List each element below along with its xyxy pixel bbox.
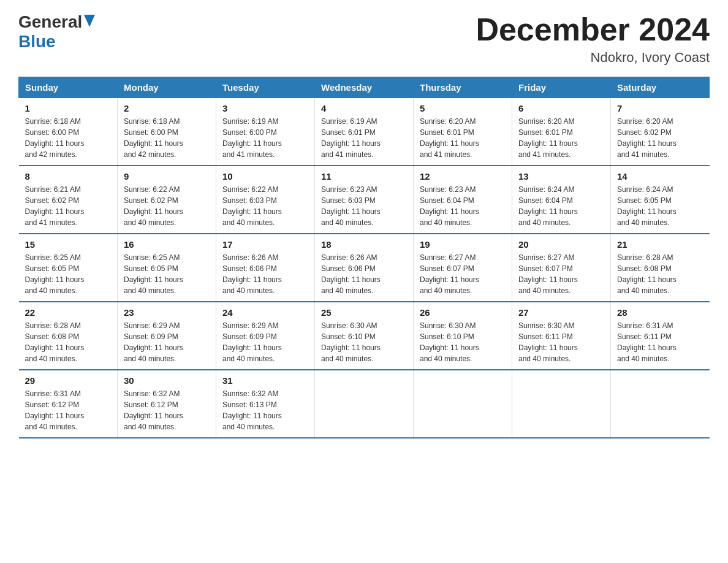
calendar-cell: 8 Sunrise: 6:21 AMSunset: 6:02 PMDayligh… xyxy=(19,166,118,234)
calendar-cell: 2 Sunrise: 6:18 AMSunset: 6:00 PMDayligh… xyxy=(118,98,216,166)
calendar-cell: 30 Sunrise: 6:32 AMSunset: 6:12 PMDaylig… xyxy=(118,370,216,438)
day-number: 19 xyxy=(420,239,506,250)
calendar-cell: 31 Sunrise: 6:32 AMSunset: 6:13 PMDaylig… xyxy=(216,370,315,438)
day-info: Sunrise: 6:30 AMSunset: 6:10 PMDaylight:… xyxy=(321,320,407,364)
calendar-cell: 14 Sunrise: 6:24 AMSunset: 6:05 PMDaylig… xyxy=(611,166,710,234)
day-number: 2 xyxy=(124,103,210,113)
calendar-cell: 25 Sunrise: 6:30 AMSunset: 6:10 PMDaylig… xyxy=(315,302,414,370)
calendar-cell: 29 Sunrise: 6:31 AMSunset: 6:12 PMDaylig… xyxy=(19,370,118,438)
day-number: 25 xyxy=(321,307,407,318)
calendar-cell xyxy=(315,370,414,438)
day-number: 21 xyxy=(617,239,703,250)
day-info: Sunrise: 6:30 AMSunset: 6:10 PMDaylight:… xyxy=(420,320,506,364)
logo: General Blue xyxy=(18,12,95,52)
week-row-4: 22 Sunrise: 6:28 AMSunset: 6:08 PMDaylig… xyxy=(19,302,710,370)
calendar-cell: 18 Sunrise: 6:26 AMSunset: 6:06 PMDaylig… xyxy=(315,234,414,302)
week-row-2: 8 Sunrise: 6:21 AMSunset: 6:02 PMDayligh… xyxy=(19,166,710,234)
svg-marker-0 xyxy=(84,15,95,27)
calendar-cell: 27 Sunrise: 6:30 AMSunset: 6:11 PMDaylig… xyxy=(512,302,611,370)
calendar-cell xyxy=(414,370,512,438)
day-info: Sunrise: 6:30 AMSunset: 6:11 PMDaylight:… xyxy=(518,320,604,364)
day-number: 30 xyxy=(124,375,210,386)
calendar-cell: 1 Sunrise: 6:18 AMSunset: 6:00 PMDayligh… xyxy=(19,98,118,166)
day-number: 16 xyxy=(124,239,210,250)
week-row-1: 1 Sunrise: 6:18 AMSunset: 6:00 PMDayligh… xyxy=(19,98,710,166)
day-info: Sunrise: 6:27 AMSunset: 6:07 PMDaylight:… xyxy=(518,252,604,296)
day-number: 5 xyxy=(420,103,506,113)
day-info: Sunrise: 6:28 AMSunset: 6:08 PMDaylight:… xyxy=(617,252,703,296)
day-info: Sunrise: 6:23 AMSunset: 6:04 PMDaylight:… xyxy=(420,184,506,228)
day-number: 17 xyxy=(222,239,308,250)
calendar-cell: 19 Sunrise: 6:27 AMSunset: 6:07 PMDaylig… xyxy=(414,234,512,302)
calendar-cell: 4 Sunrise: 6:19 AMSunset: 6:01 PMDayligh… xyxy=(315,98,414,166)
page-header: General Blue December 2024 Ndokro, Ivory… xyxy=(18,12,710,66)
calendar-cell: 12 Sunrise: 6:23 AMSunset: 6:04 PMDaylig… xyxy=(414,166,512,234)
day-number: 23 xyxy=(124,307,210,318)
day-number: 24 xyxy=(222,307,308,318)
calendar-header-row: SundayMondayTuesdayWednesdayThursdayFrid… xyxy=(19,77,710,98)
day-info: Sunrise: 6:31 AMSunset: 6:11 PMDaylight:… xyxy=(617,320,703,364)
calendar-cell: 20 Sunrise: 6:27 AMSunset: 6:07 PMDaylig… xyxy=(512,234,611,302)
day-number: 15 xyxy=(25,239,112,250)
day-info: Sunrise: 6:18 AMSunset: 6:00 PMDaylight:… xyxy=(124,116,210,160)
day-info: Sunrise: 6:23 AMSunset: 6:03 PMDaylight:… xyxy=(321,184,407,228)
day-info: Sunrise: 6:32 AMSunset: 6:12 PMDaylight:… xyxy=(124,388,210,432)
calendar-cell: 3 Sunrise: 6:19 AMSunset: 6:00 PMDayligh… xyxy=(216,98,315,166)
day-info: Sunrise: 6:29 AMSunset: 6:09 PMDaylight:… xyxy=(222,320,308,364)
day-info: Sunrise: 6:21 AMSunset: 6:02 PMDaylight:… xyxy=(25,184,112,228)
day-number: 26 xyxy=(420,307,506,318)
day-number: 22 xyxy=(25,307,112,318)
day-number: 10 xyxy=(222,171,308,182)
day-number: 13 xyxy=(518,171,604,182)
calendar-cell: 17 Sunrise: 6:26 AMSunset: 6:06 PMDaylig… xyxy=(216,234,315,302)
col-header-thursday: Thursday xyxy=(414,77,512,98)
day-info: Sunrise: 6:19 AMSunset: 6:00 PMDaylight:… xyxy=(222,116,308,160)
calendar-cell: 22 Sunrise: 6:28 AMSunset: 6:08 PMDaylig… xyxy=(19,302,118,370)
day-info: Sunrise: 6:18 AMSunset: 6:00 PMDaylight:… xyxy=(25,116,112,160)
logo-general: General xyxy=(18,12,82,32)
day-number: 4 xyxy=(321,103,407,113)
day-number: 20 xyxy=(518,239,604,250)
day-info: Sunrise: 6:19 AMSunset: 6:01 PMDaylight:… xyxy=(321,116,407,160)
day-info: Sunrise: 6:26 AMSunset: 6:06 PMDaylight:… xyxy=(222,252,308,296)
calendar-cell: 15 Sunrise: 6:25 AMSunset: 6:05 PMDaylig… xyxy=(19,234,118,302)
calendar-cell: 23 Sunrise: 6:29 AMSunset: 6:09 PMDaylig… xyxy=(118,302,216,370)
col-header-saturday: Saturday xyxy=(611,77,710,98)
col-header-monday: Monday xyxy=(118,77,216,98)
calendar-cell: 21 Sunrise: 6:28 AMSunset: 6:08 PMDaylig… xyxy=(611,234,710,302)
calendar-cell: 6 Sunrise: 6:20 AMSunset: 6:01 PMDayligh… xyxy=(512,98,611,166)
calendar-cell: 9 Sunrise: 6:22 AMSunset: 6:02 PMDayligh… xyxy=(118,166,216,234)
day-info: Sunrise: 6:22 AMSunset: 6:03 PMDaylight:… xyxy=(222,184,308,228)
calendar-cell: 26 Sunrise: 6:30 AMSunset: 6:10 PMDaylig… xyxy=(414,302,512,370)
day-number: 6 xyxy=(518,103,604,113)
week-row-3: 15 Sunrise: 6:25 AMSunset: 6:05 PMDaylig… xyxy=(19,234,710,302)
day-number: 31 xyxy=(222,375,308,386)
day-number: 7 xyxy=(617,103,703,113)
calendar-cell: 10 Sunrise: 6:22 AMSunset: 6:03 PMDaylig… xyxy=(216,166,315,234)
day-info: Sunrise: 6:25 AMSunset: 6:05 PMDaylight:… xyxy=(124,252,210,296)
day-info: Sunrise: 6:24 AMSunset: 6:04 PMDaylight:… xyxy=(518,184,604,228)
col-header-sunday: Sunday xyxy=(19,77,118,98)
day-info: Sunrise: 6:20 AMSunset: 6:02 PMDaylight:… xyxy=(617,116,703,160)
logo-blue: Blue xyxy=(18,32,56,51)
day-number: 1 xyxy=(25,103,112,113)
col-header-wednesday: Wednesday xyxy=(315,77,414,98)
day-number: 28 xyxy=(617,307,703,318)
calendar-cell: 16 Sunrise: 6:25 AMSunset: 6:05 PMDaylig… xyxy=(118,234,216,302)
day-info: Sunrise: 6:26 AMSunset: 6:06 PMDaylight:… xyxy=(321,252,407,296)
day-info: Sunrise: 6:27 AMSunset: 6:07 PMDaylight:… xyxy=(420,252,506,296)
day-info: Sunrise: 6:20 AMSunset: 6:01 PMDaylight:… xyxy=(420,116,506,160)
calendar-cell: 11 Sunrise: 6:23 AMSunset: 6:03 PMDaylig… xyxy=(315,166,414,234)
calendar-cell: 24 Sunrise: 6:29 AMSunset: 6:09 PMDaylig… xyxy=(216,302,315,370)
calendar-cell xyxy=(611,370,710,438)
location-title: Ndokro, Ivory Coast xyxy=(476,50,710,66)
day-number: 3 xyxy=(222,103,308,113)
calendar-cell: 7 Sunrise: 6:20 AMSunset: 6:02 PMDayligh… xyxy=(611,98,710,166)
calendar-cell xyxy=(512,370,611,438)
logo-arrow-icon xyxy=(84,15,95,29)
day-number: 29 xyxy=(25,375,112,386)
day-info: Sunrise: 6:24 AMSunset: 6:05 PMDaylight:… xyxy=(617,184,703,228)
day-info: Sunrise: 6:28 AMSunset: 6:08 PMDaylight:… xyxy=(25,320,112,364)
day-number: 14 xyxy=(617,171,703,182)
day-number: 18 xyxy=(321,239,407,250)
